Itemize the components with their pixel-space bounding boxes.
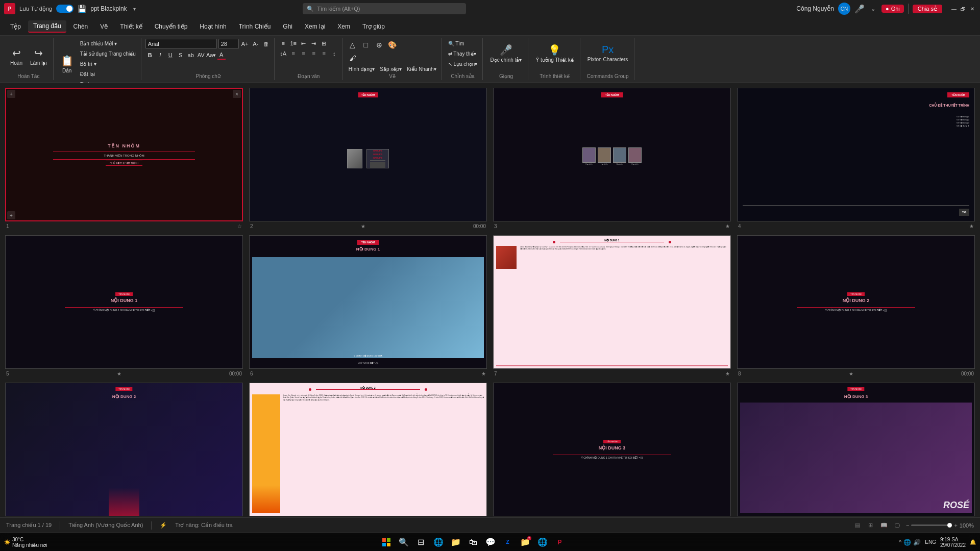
slide-8[interactable]: TÊN NHÓM NỘI DUNG 2 Ý CHÍNH NỘI DUNG 1 G… [737, 235, 975, 369]
slide-2[interactable]: + + TÊN NHÓM GROUP 1 GROUP 5 GROUP 9 [249, 88, 487, 221]
edge-button[interactable]: 🌐 [431, 535, 446, 549]
menu-home[interactable]: Trang đầu [28, 20, 66, 33]
minimize-button[interactable]: — [950, 5, 958, 12]
zoom-button[interactable]: 💬 [483, 535, 498, 549]
menu-draw[interactable]: Vẽ [95, 21, 113, 32]
find-button[interactable]: 🔍 Tìm [446, 39, 480, 48]
add-right-1[interactable]: × [233, 90, 241, 98]
reading-view-button[interactable]: 📖 [879, 521, 889, 530]
slide-star-6[interactable]: ★ [481, 371, 486, 377]
shape-button[interactable]: △ [347, 39, 359, 51]
font-family-selector[interactable] [145, 39, 217, 49]
new-slide-button[interactable]: Bản chiếu Mới ▾ [78, 39, 138, 48]
slide-9[interactable]: TÊN NHÓM NỘI DUNG 2 [5, 383, 243, 516]
menu-view[interactable]: Xem [332, 21, 355, 32]
menu-record[interactable]: Ghi [278, 21, 298, 32]
menu-slideshow[interactable]: Trình Chiếu [234, 21, 276, 32]
numbering-button[interactable]: 1≡ [289, 39, 298, 48]
replace-button[interactable]: ⇄ Thay thế▾ [446, 49, 480, 58]
designer-button[interactable]: 💡Ý tưởng Thiết kế [532, 39, 576, 67]
save-icon[interactable]: 💾 [78, 5, 86, 13]
shape-fill-button[interactable]: Hình dạng▾ [347, 64, 377, 73]
dictate-button[interactable]: 🎤Đọc chính tả▾ [487, 39, 525, 67]
align-right-button[interactable]: ≡ [309, 49, 318, 58]
select-button[interactable]: ↖ Lựa chọn▾ [446, 59, 480, 68]
bullets-button[interactable]: ≡ [279, 39, 288, 48]
reset-button[interactable]: Đặt lại [78, 69, 138, 79]
search-taskbar-button[interactable]: 🔍 [397, 535, 411, 549]
text-direction-button[interactable]: ↕A [279, 49, 288, 58]
notifications-button[interactable]: 📁 2 [518, 535, 532, 549]
slide-12[interactable]: TÊN NHÓM NỘI DUNG 3 ROSÉ [737, 383, 975, 516]
undo-button[interactable]: ↩Hoàn [7, 42, 26, 70]
store-button[interactable]: 🛍 [466, 535, 480, 549]
slide-5[interactable]: TÊN NHÓM NỘI DUNG 1 Ý CHÍNH NỘI DUNG 1 G… [5, 235, 243, 369]
slide-4[interactable]: + TÊN NHÓM CHỦ ĐỀ THUYẾT TRÌNH 01 Nội du… [737, 88, 975, 221]
slide-sorter-button[interactable]: ⊞ [866, 521, 875, 530]
pixton-button[interactable]: PxPixton Characters [584, 39, 631, 67]
slide-star-5[interactable]: ★ [117, 371, 121, 377]
filename-chevron[interactable]: ▾ [133, 6, 136, 12]
slide-star-2[interactable]: ★ [361, 223, 365, 229]
slide-10[interactable]: NỘI DUNG 2 Jennie Kim (Hangul: 제니; sinh … [249, 383, 487, 516]
ribbon-expand-icon[interactable]: ⌄ [869, 5, 877, 13]
redo-button[interactable]: ↪Làm lại [27, 42, 50, 70]
language-indicator[interactable]: ENG [925, 539, 936, 545]
arrange-order-button[interactable]: Sắp xếp▾ [378, 64, 404, 73]
start-button[interactable] [379, 535, 394, 549]
menu-help[interactable]: Trợ giúp [357, 21, 390, 32]
increase-font-button[interactable]: A+ [240, 39, 250, 48]
restore-button[interactable]: 🗗 [960, 5, 967, 12]
record-button[interactable]: ● Ghi [881, 5, 904, 13]
bold-button[interactable]: B [145, 51, 155, 60]
notifications-icon[interactable]: 🔔 [970, 539, 976, 545]
slide-6[interactable]: + TÊN NHÓM NỘI DUNG 1 Ý CHÍNH NỘI DUNG 1… [249, 235, 487, 369]
decrease-font-button[interactable]: A- [251, 39, 260, 48]
line-spacing-button[interactable]: ↕ [330, 49, 339, 58]
reuse-slides-button[interactable]: Tải sử dụng Trang chiếu [78, 49, 138, 58]
slide-star-4[interactable]: ★ [969, 223, 974, 229]
tray-network[interactable]: 🌐 [903, 539, 911, 546]
slide-1[interactable]: + × + TÊN NHÓM THÀNH VIÊN TRONG NHÓM CHỦ… [5, 88, 243, 221]
search-box[interactable]: 🔍 Tìm kiếm (Alt+Q) [303, 3, 466, 14]
menu-transitions[interactable]: Chuyển tiếp [150, 21, 193, 32]
normal-view-button[interactable]: ▤ [853, 521, 862, 530]
explorer-button[interactable]: 📁 [449, 535, 463, 549]
clear-format-button[interactable]: 🗑 [262, 39, 271, 48]
add-below-1[interactable]: + [7, 211, 15, 219]
slide-7[interactable]: + NỘI DUNG 1 Lalisa Manoban (Tiếng thái:… [493, 235, 731, 369]
slide-11[interactable]: TÊN NHÓM NỘI DUNG 3 Ý CHÍNH NỘI DUNG 1 G… [493, 383, 731, 516]
zoom-out-icon[interactable]: − [906, 522, 909, 529]
add-above-1[interactable]: + [7, 90, 15, 98]
menu-design[interactable]: Thiết kế [115, 21, 147, 32]
char-spacing-button[interactable]: AV [197, 51, 206, 60]
tray-expand[interactable]: ^ [899, 539, 902, 546]
fill-button[interactable]: 🖌 [347, 52, 359, 64]
powerpoint-button[interactable]: P [553, 535, 567, 549]
justify-button[interactable]: ≡ [320, 49, 329, 58]
presenter-view-button[interactable]: 🖵 [893, 521, 902, 530]
clock[interactable]: 9:19 SA 29/07/2022 [940, 537, 966, 548]
effects-button[interactable]: Kiểu Nhanh▾ [405, 64, 438, 73]
slide-star-1[interactable]: ☆ [237, 223, 242, 229]
columns-button[interactable]: ⊞ [320, 39, 329, 48]
font-color-button[interactable]: A [217, 51, 226, 60]
microphone-icon[interactable]: 🎤 [854, 4, 865, 14]
quick-style-button[interactable]: 🎨 [386, 39, 399, 51]
shape-rect-button[interactable]: □ [360, 39, 372, 51]
paste-button[interactable]: 📋Dán [58, 49, 77, 78]
menu-animations[interactable]: Hoạt hình [194, 21, 231, 32]
indent-decrease-button[interactable]: ⇤ [299, 39, 308, 48]
zoom-in-icon[interactable]: + [954, 522, 957, 529]
close-button[interactable]: ✕ [969, 5, 976, 12]
menu-insert[interactable]: Chèn [68, 21, 93, 32]
task-view-button[interactable]: ⊟ [414, 535, 428, 549]
font-size-selector[interactable] [218, 39, 239, 49]
autosave-toggle[interactable] [56, 5, 74, 13]
chrome-button[interactable]: 🌐 [535, 535, 550, 549]
menu-review[interactable]: Xem lại [300, 21, 330, 32]
menu-file[interactable]: Tệp [5, 21, 26, 32]
align-center-button[interactable]: ≡ [299, 49, 308, 58]
share-button[interactable]: Chia sẻ [913, 5, 942, 13]
slide-star-3[interactable]: ★ [725, 223, 730, 229]
